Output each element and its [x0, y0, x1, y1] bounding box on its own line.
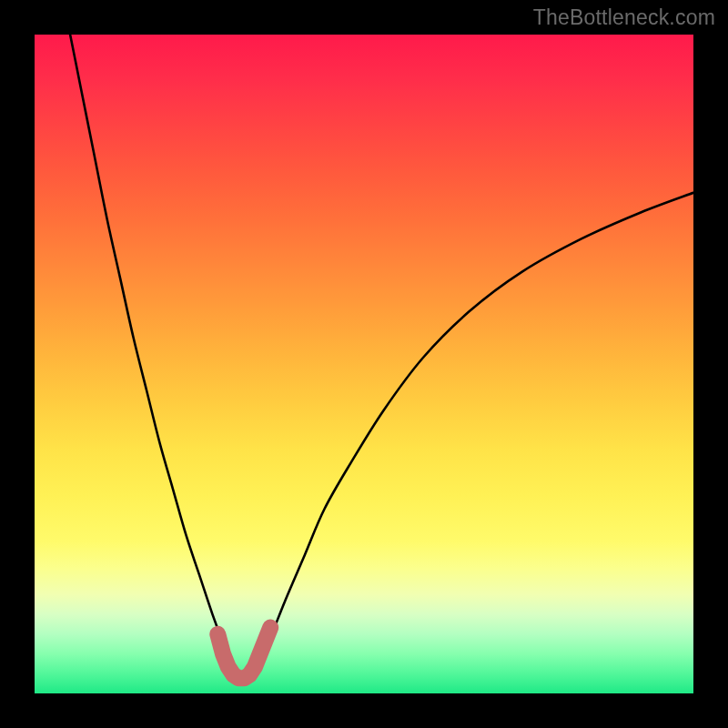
curve-right: [258, 193, 693, 664]
outer-frame: TheBottleneck.com: [0, 0, 728, 728]
curve-left: [67, 35, 232, 663]
plot-area: [35, 35, 693, 693]
watermark-text: TheBottleneck.com: [533, 5, 715, 30]
curve-layer: [35, 35, 693, 693]
bottom-marker-path: [217, 628, 270, 679]
